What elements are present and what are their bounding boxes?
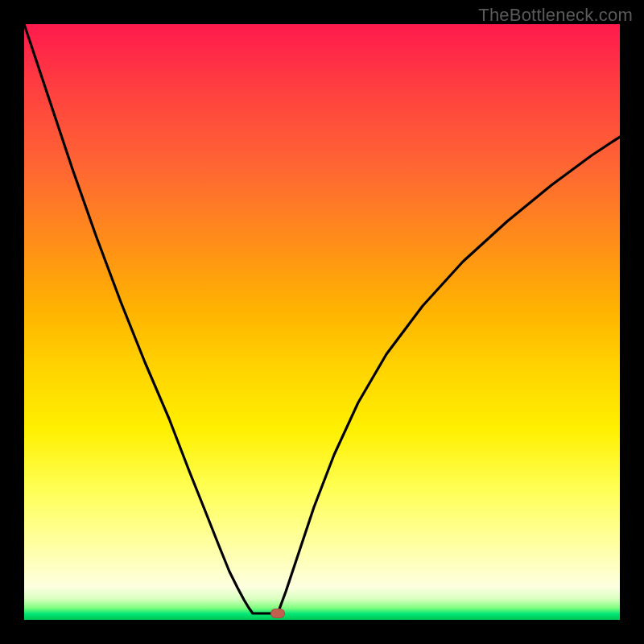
chart-frame: TheBottleneck.com	[0, 0, 644, 644]
curve-svg	[24, 24, 620, 620]
attribution-text: TheBottleneck.com	[478, 5, 633, 26]
bottleneck-curve	[24, 24, 620, 613]
plot-area	[24, 24, 620, 620]
minimum-marker	[270, 609, 285, 618]
